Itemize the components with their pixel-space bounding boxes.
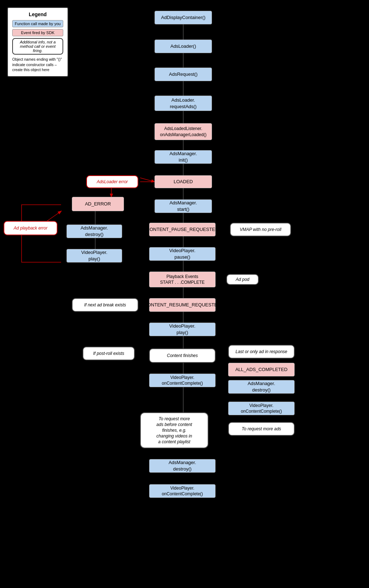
video-player-content-complete3-box: VideoPlayer. onContentComplete() [149, 484, 216, 498]
legend: Legend Function call made by you Event f… [7, 7, 68, 77]
ads-loader-request-box: AdsLoader. requestAds() [154, 96, 212, 111]
if-next-ad-break-box: If next ad break exists [72, 298, 138, 312]
video-player-play2-box: VideoPlayer. play() [149, 323, 216, 336]
all-ads-completed-box: ALL_ADS_COMPLETED [228, 363, 295, 376]
legend-italic: Additional info, not a method call or ev… [12, 38, 63, 55]
ad-pod-box: Ad pod [226, 274, 259, 285]
ads-loader-error-box: AdsLoader error [86, 175, 138, 188]
ad-error-box: AD_ERROR [72, 197, 124, 211]
to-request-more-box: To request more ads before content finis… [140, 412, 208, 448]
playback-events-box: Playback Events START . . .COMPLETE [149, 272, 216, 287]
legend-blue: Function call made by you [12, 20, 63, 27]
vmap-no-preroll-box: VMAP with no pre-roll [230, 223, 291, 236]
ads-request-box: AdsRequest() [154, 68, 212, 81]
ads-loader-box: AdsLoader() [154, 40, 212, 53]
svg-line-15 [140, 178, 154, 182]
legend-title: Legend [12, 11, 63, 17]
video-player-content-complete1-box: VideoPlayer. onContentComplete() [149, 374, 216, 387]
video-player-content-complete2-box: VideoPlayer. onContentComplete() [228, 402, 295, 415]
legend-pink: Event fired by SDK [12, 29, 63, 36]
connectors-svg [0, 0, 369, 588]
content-resume-requested-box: CONTENT_RESUME_REQUESTED [149, 298, 216, 312]
ads-manager-destroy2-box: AdsManager. destroy() [228, 380, 295, 394]
ads-manager-start-box: AdsManager. start() [154, 199, 212, 213]
last-or-only-ad-box: Last or only ad in response [228, 345, 295, 358]
legend-note: Object names ending with "()" indicate c… [12, 57, 63, 73]
video-player-play1-box: VideoPlayer. play() [66, 249, 122, 263]
video-player-pause-box: VideoPlayer. pause() [149, 247, 216, 261]
ads-manager-destroy-left-box: AdsManager. destroy() [66, 224, 122, 238]
content-finishes-box: Content finishes [149, 348, 216, 363]
ad-playback-error-box: Ad playback error [4, 221, 57, 235]
ads-loaded-listener-box: AdsLoadedListener. onAdsManagerLoaded() [154, 123, 212, 140]
if-post-roll-box: If post-roll exists [83, 347, 135, 360]
content-pause-requested-box: CONTENT_PAUSE_REQUESTED [149, 223, 216, 236]
to-request-more-ads-box: To request more ads [228, 422, 295, 436]
ads-manager-destroy3-box: AdsManager. destroy() [149, 459, 216, 473]
loaded-box: LOADED [154, 175, 212, 188]
ads-manager-init-box: AdsManager. init() [154, 150, 212, 164]
ad-display-container-box: AdDisplayContainer() [154, 11, 212, 24]
diagram-container: Legend Function call made by you Event f… [0, 0, 369, 588]
